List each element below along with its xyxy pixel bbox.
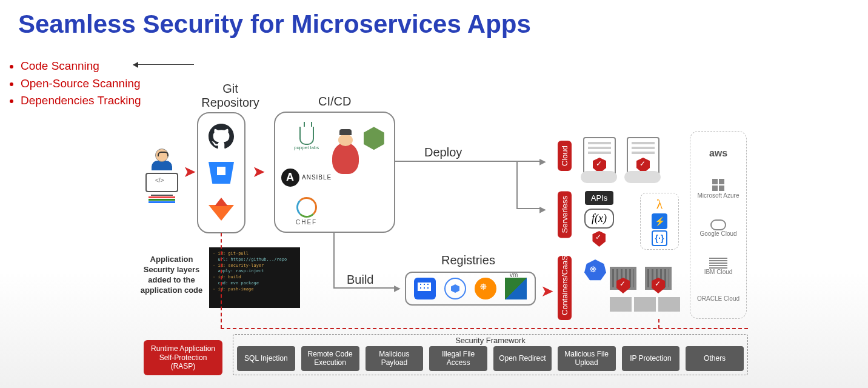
security-framework-title: Security Framework (237, 336, 744, 345)
sec-item: Malicious Payload (366, 346, 424, 371)
serverless-tag: Serverless (558, 191, 572, 238)
arrow-icon: ▶ (539, 156, 546, 166)
sec-item: SQL Injection (237, 346, 295, 371)
sec-item: Remote Code Execution (301, 346, 359, 371)
lambda-icon: λ (652, 196, 667, 212)
gcp-logo: Google Cloud (699, 219, 736, 237)
oracle-logo: ORACLE Cloud (697, 295, 739, 302)
azure-logo: Microsoft Azure (698, 179, 739, 199)
containers-tag: Containers/CaaS (558, 256, 572, 320)
developer-icon (141, 149, 183, 204)
scan-item: Open-Source Scanning (21, 75, 141, 93)
puppet-icon: puppet labs (294, 127, 319, 150)
arrow-icon: ➤ (252, 162, 265, 181)
shield-icon (592, 231, 606, 247)
scanning-list: Code Scanning Open-Source Scanning Depen… (11, 58, 141, 110)
arrow-icon: ➤ (183, 162, 196, 181)
rasp-connector (221, 233, 222, 329)
vmware-icon (505, 278, 527, 299)
sec-item: Others (686, 346, 744, 371)
scan-item: Code Scanning (21, 58, 141, 75)
function-badge: f(x) (584, 209, 614, 229)
cloud-tag: Cloud (558, 141, 572, 171)
container-icon (610, 267, 636, 290)
github-icon (207, 122, 235, 150)
containers-group (610, 267, 672, 290)
apis-badge: APIs (585, 191, 613, 205)
arrow-icon: ➤ (541, 282, 554, 301)
registries-label: Registries (441, 253, 495, 267)
serverless-group: APIs f(x) (584, 191, 614, 248)
git-repo-label: Git Repository (200, 82, 261, 110)
registries-box (405, 272, 536, 306)
arrow-to-scanning (133, 64, 194, 65)
gitlab-icon (207, 195, 235, 223)
rasp-connector (658, 319, 659, 329)
azure-functions-icon: ⚡ (652, 213, 667, 229)
security-framework: Security Framework SQL Injection Remote … (233, 334, 748, 375)
cicd-label: CI/CD (318, 95, 351, 109)
arrow-icon: ▶ (394, 283, 401, 293)
jenkins-icon (332, 142, 359, 174)
rasp-box: Runtime Application Self-Protection (RAS… (144, 340, 222, 375)
build-label: Build (347, 273, 373, 287)
gcr-icon (444, 278, 466, 299)
cloud-providers-panel: aws Microsoft Azure Google Cloud IBM Clo… (690, 131, 747, 319)
sec-item: Open Redirect (493, 346, 552, 371)
chef-icon: CHEF (296, 197, 317, 226)
scan-item: Dependencies Tracking (21, 92, 141, 110)
connector (516, 161, 541, 209)
build-connector (333, 233, 335, 287)
sec-item: Malicious File Upload (558, 346, 616, 371)
function-providers: λ ⚡ {·} (640, 193, 679, 250)
deploy-label: Deploy (424, 146, 462, 159)
kubernetes-icon (584, 259, 606, 281)
aws-codebuild-icon (364, 127, 384, 150)
deploy-connector (395, 161, 516, 162)
server-icon (583, 137, 616, 176)
code-snippet: - id: git-pull url: https://github.../re… (209, 247, 300, 308)
git-repo-box (197, 112, 245, 233)
bitbucket-icon (207, 159, 235, 187)
cicd-box: puppet labs AANSIBLE CHEF (274, 112, 395, 233)
ansible-icon: AANSIBLE (281, 169, 332, 187)
ibm-logo: IBM Cloud (704, 258, 733, 275)
slide-title: Seamless Security for Microservices Apps (0, 0, 868, 39)
build-connector (333, 287, 397, 289)
server-icon (627, 137, 659, 176)
sec-item: IP Protection (622, 346, 680, 371)
cloud-servers (583, 137, 659, 176)
rasp-connector (221, 328, 748, 329)
security-layers-annotation: Application Security layers added to the… (138, 255, 205, 296)
arrow-icon: ▶ (539, 204, 546, 214)
aws-logo: aws (709, 148, 727, 159)
shield-icon (652, 278, 665, 293)
sec-item: Illegal File Access (429, 346, 487, 371)
cloud-functions-icon: {·} (652, 230, 667, 246)
shield-icon (616, 278, 630, 293)
docker-icon (414, 278, 436, 299)
container-stack (610, 297, 680, 312)
container-icon (645, 267, 672, 290)
harbor-icon (475, 278, 496, 299)
